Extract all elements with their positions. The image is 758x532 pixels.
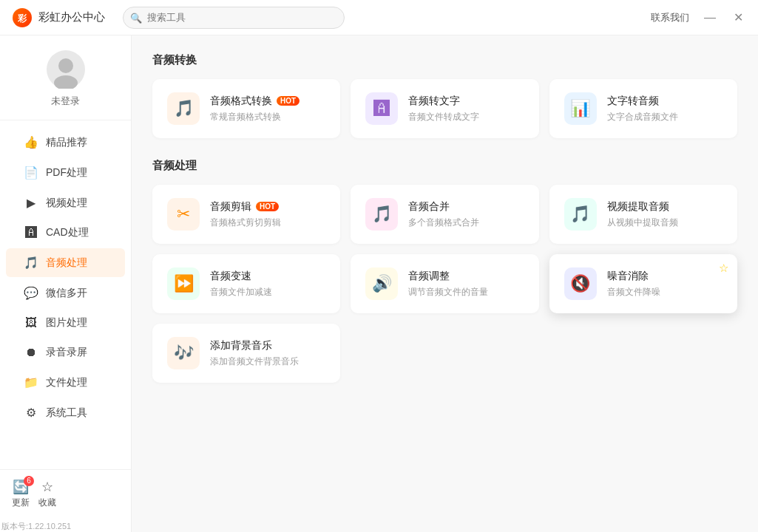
sidebar-item-video[interactable]: ▶ 视频处理 [6, 188, 125, 217]
text-to-audio-icon-wrap: 📊 [564, 92, 597, 125]
audio-to-text-icon-wrap: 🅰 [365, 92, 398, 125]
text-to-audio-icon: 📊 [570, 99, 590, 118]
contact-us-link[interactable]: 联系我们 [651, 11, 689, 24]
noise-cancel-desc: 音频文件降噪 [607, 286, 723, 299]
audio-speed-icon: ⏩ [174, 274, 194, 293]
add-bgm-icon: 🎶 [174, 344, 194, 363]
search-bar[interactable]: 🔍 [123, 7, 345, 29]
main-layout: 未登录 👍 精品推荐 📄 PDF处理 ▶ 视频处理 🅰 CAD处理 🎵 音频处理… [0, 35, 758, 532]
audio-adjust-title-row: 音频调整 [408, 270, 524, 283]
featured-icon: 👍 [24, 135, 38, 149]
format-convert-title-row: 音频格式转换 HOT [210, 95, 325, 108]
close-button[interactable]: ✕ [731, 10, 746, 24]
card-audio-edit[interactable]: ✂ 音频剪辑 HOT 音频格式剪切剪辑 [152, 185, 340, 244]
audio-icon: 🎵 [24, 256, 38, 270]
update-label: 更新 [12, 497, 30, 509]
audio-merge-title-row: 音频合并 [408, 200, 524, 214]
audio-merge-info: 音频合并 多个音频格式合并 [408, 200, 524, 229]
format-convert-info: 音频格式转换 HOT 常规音频格式转换 [210, 95, 325, 123]
card-format-convert[interactable]: 🎵 音频格式转换 HOT 常规音频格式转换 [152, 79, 340, 138]
sidebar: 未登录 👍 精品推荐 📄 PDF处理 ▶ 视频处理 🅰 CAD处理 🎵 音频处理… [0, 35, 132, 532]
cad-icon: 🅰 [24, 226, 38, 239]
audio-edit-icon: ✂ [177, 205, 190, 224]
noise-cancel-icon-wrap: 🔇 [564, 267, 597, 300]
sidebar-item-wechat[interactable]: 💬 微信多开 [6, 279, 125, 307]
sidebar-label-audio: 音频处理 [46, 256, 87, 270]
audio-adjust-title: 音频调整 [408, 270, 450, 283]
noise-cancel-title: 噪音消除 [607, 270, 649, 283]
format-convert-icon-wrap: 🎵 [167, 92, 200, 125]
sidebar-user: 未登录 [0, 35, 131, 120]
sidebar-label-wechat: 微信多开 [46, 287, 87, 300]
card-audio-to-text[interactable]: 🅰 音频转文字 音频文件转成文字 [351, 79, 538, 138]
audio-merge-title: 音频合并 [408, 200, 450, 214]
minimize-button[interactable]: — [701, 11, 719, 24]
audio-adjust-desc: 调节音频文件的音量 [408, 286, 524, 299]
audio-to-text-info: 音频转文字 音频文件转成文字 [408, 95, 524, 123]
noise-cancel-info: 噪音消除 音频文件降噪 [607, 270, 723, 299]
hot-badge: HOT [277, 96, 300, 106]
audio-edit-icon-wrap: ✂ [167, 198, 200, 231]
text-to-audio-title: 文字转音频 [607, 95, 659, 108]
app-title: 彩虹办公中心 [38, 10, 105, 24]
system-icon: ⚙ [24, 406, 38, 420]
sidebar-item-featured[interactable]: 👍 精品推荐 [6, 128, 125, 157]
section1-title: 音频转换 [152, 53, 737, 67]
file-icon: 📁 [24, 375, 38, 389]
card-text-to-audio[interactable]: 📊 文字转音频 文字合成音频文件 [549, 79, 737, 138]
video-extract-audio-title-row: 视频提取音频 [607, 200, 723, 214]
sidebar-item-image[interactable]: 🖼 图片处理 [6, 309, 125, 337]
update-button[interactable]: 🔄 6 更新 [12, 479, 30, 509]
avatar [47, 50, 85, 89]
audio-speed-icon-wrap: ⏩ [167, 267, 200, 300]
card-video-extract-audio[interactable]: 🎵 视频提取音频 从视频中提取音频 [549, 185, 737, 244]
user-name[interactable]: 未登录 [51, 95, 80, 108]
card-audio-adjust[interactable]: 🔊 音频调整 调节音频文件的音量 [351, 254, 538, 313]
video-extract-audio-icon: 🎵 [570, 205, 590, 224]
sidebar-item-pdf[interactable]: 📄 PDF处理 [6, 158, 125, 187]
search-input[interactable] [123, 7, 345, 29]
audio-merge-desc: 多个音频格式合并 [408, 216, 524, 229]
format-convert-title: 音频格式转换 [210, 95, 272, 108]
audio-to-text-icon: 🅰 [373, 99, 390, 118]
version-text: 版本号:1.22.10.251 [0, 521, 131, 532]
svg-point-3 [54, 75, 78, 89]
audio-edit-info: 音频剪辑 HOT 音频格式剪切剪辑 [210, 200, 325, 229]
card-add-bgm[interactable]: 🎶 添加背景音乐 添加音频文件背景音乐 [152, 324, 340, 383]
image-icon: 🖼 [24, 316, 38, 330]
noise-cancel-title-row: 噪音消除 [607, 270, 723, 283]
noise-cancel-star-button[interactable]: ☆ [719, 262, 728, 275]
audio-to-text-title: 音频转文字 [408, 95, 460, 108]
app-logo: 彩 彩虹办公中心 [12, 7, 105, 28]
section2-cards-grid: ✂ 音频剪辑 HOT 音频格式剪切剪辑 🎵 音频合并 [152, 185, 737, 383]
audio-to-text-desc: 音频文件转成文字 [408, 111, 524, 123]
sidebar-footer: 🔄 6 更新 ☆ 收藏 [0, 469, 131, 518]
add-bgm-icon-wrap: 🎶 [167, 337, 200, 369]
section2-title: 音频处理 [152, 159, 737, 173]
audio-merge-icon-wrap: 🎵 [365, 198, 398, 231]
sidebar-item-system[interactable]: ⚙ 系统工具 [6, 398, 125, 427]
section1-cards-grid: 🎵 音频格式转换 HOT 常规音频格式转换 🅰 音频转文字 [152, 79, 737, 138]
audio-adjust-info: 音频调整 调节音频文件的音量 [408, 270, 524, 299]
card-noise-cancel[interactable]: 🔇 噪音消除 音频文件降噪 ☆ [549, 254, 737, 313]
video-icon: ▶ [24, 196, 38, 210]
sidebar-item-cad[interactable]: 🅰 CAD处理 [6, 219, 125, 247]
sidebar-item-record[interactable]: ⏺ 录音录屏 [6, 338, 125, 366]
sidebar-item-audio[interactable]: 🎵 音频处理 [6, 248, 125, 277]
card-audio-merge[interactable]: 🎵 音频合并 多个音频格式合并 [351, 185, 538, 244]
add-bgm-title-row: 添加背景音乐 [210, 339, 325, 352]
video-extract-audio-icon-wrap: 🎵 [564, 198, 597, 231]
audio-to-text-title-row: 音频转文字 [408, 95, 524, 108]
logo-icon: 彩 [12, 7, 33, 28]
favorite-button[interactable]: ☆ 收藏 [38, 479, 56, 509]
video-extract-audio-info: 视频提取音频 从视频中提取音频 [607, 200, 723, 229]
svg-text:彩: 彩 [17, 13, 27, 24]
add-bgm-desc: 添加音频文件背景音乐 [210, 355, 325, 368]
audio-edit-title: 音频剪辑 [210, 200, 251, 214]
sidebar-item-file[interactable]: 📁 文件处理 [6, 368, 125, 397]
audio-speed-title: 音频变速 [210, 270, 251, 283]
audio-edit-title-row: 音频剪辑 HOT [210, 200, 325, 214]
sidebar-label-file: 文件处理 [46, 376, 87, 389]
audio-speed-desc: 音频文件加减速 [210, 286, 325, 299]
card-audio-speed[interactable]: ⏩ 音频变速 音频文件加减速 [152, 254, 340, 313]
